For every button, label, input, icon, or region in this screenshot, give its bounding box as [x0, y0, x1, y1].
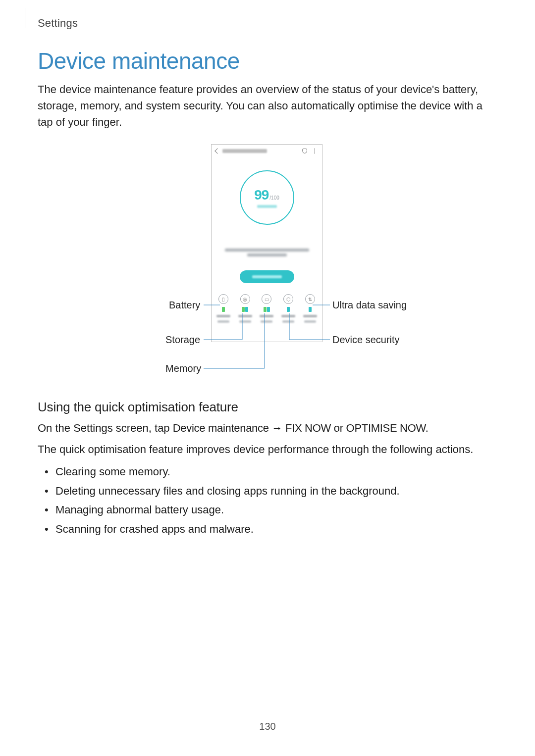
- figure: 99 /100 ▯ ◎: [38, 144, 497, 382]
- screen-title-blur: [222, 149, 267, 153]
- page-number: 130: [0, 721, 535, 732]
- callout-storage: Storage: [165, 334, 200, 346]
- score-denominator: /100: [269, 195, 279, 201]
- instruction-line-2: The quick optimisation feature improves …: [38, 441, 497, 457]
- page-title: Device maintenance: [38, 48, 497, 74]
- phone-screenshot: 99 /100 ▯ ◎: [211, 144, 322, 342]
- section-heading: Using the quick optimisation feature: [38, 400, 497, 415]
- memory-category-icon: ▭: [257, 294, 276, 323]
- security-category-icon: ⬡: [278, 294, 298, 323]
- battery-category-icon: ▯: [214, 294, 233, 323]
- list-item: Managing abnormal battery usage.: [55, 501, 497, 520]
- callout-device-security: Device security: [332, 334, 400, 346]
- bullet-list: Clearing some memory. Deleting unnecessa…: [38, 462, 497, 539]
- header-rule: [25, 8, 25, 28]
- ultra-data-category-icon: ⇅: [300, 294, 320, 323]
- intro-paragraph: The device maintenance feature provides …: [38, 81, 497, 130]
- category-icons-row: ▯ ◎ ▭ ⬡: [212, 294, 322, 334]
- instruction-pre: On the Settings screen, tap: [38, 422, 173, 434]
- instruction-nav-path: Device maintenance → FIX NOW or OPTIMISE…: [173, 422, 428, 434]
- more-icon: [314, 149, 315, 153]
- callout-ultra-data: Ultra data saving: [332, 300, 407, 311]
- score-number: 99: [254, 187, 268, 203]
- status-line-blur: [225, 249, 309, 252]
- optimise-button: [240, 270, 294, 283]
- storage-category-icon: ◎: [235, 294, 255, 323]
- list-item: Scanning for crashed apps and malware.: [55, 520, 497, 539]
- bell-icon: [302, 149, 307, 153]
- instruction-line-1: On the Settings screen, tap Device maint…: [38, 420, 497, 436]
- callout-memory: Memory: [165, 363, 201, 374]
- score-subtext-blur: [257, 205, 277, 208]
- callout-battery: Battery: [169, 300, 200, 311]
- list-item: Deleting unnecessary files and closing a…: [55, 482, 497, 501]
- back-icon: [214, 148, 220, 153]
- score-ring: 99 /100: [240, 170, 294, 225]
- list-item: Clearing some memory.: [55, 462, 497, 482]
- status-line-blur: [247, 253, 287, 256]
- breadcrumb: Settings: [38, 17, 78, 30]
